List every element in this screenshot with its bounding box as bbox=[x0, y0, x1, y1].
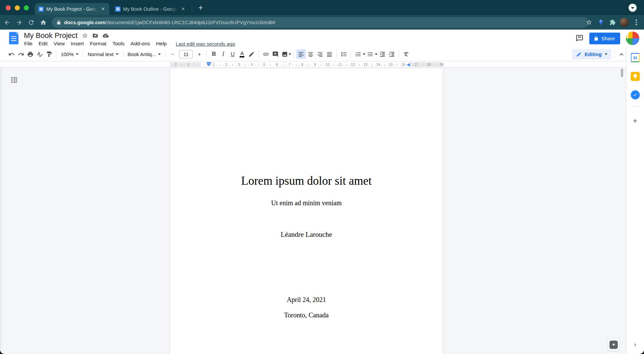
tab-my-book-project[interactable]: My Book Project - Google Docs ✕ bbox=[35, 3, 109, 15]
ruler-number: 13 bbox=[363, 62, 367, 67]
chevron-down-icon[interactable] bbox=[289, 53, 291, 55]
align-right-button[interactable] bbox=[315, 49, 325, 59]
minimize-window-button[interactable] bbox=[15, 5, 20, 10]
document-status-cloud-button[interactable] bbox=[103, 33, 109, 39]
menu-view[interactable]: View bbox=[51, 40, 68, 47]
editing-mode-select[interactable]: Editing bbox=[572, 49, 611, 59]
menu-insert[interactable]: Insert bbox=[68, 40, 87, 47]
menu-format[interactable]: Format bbox=[87, 40, 109, 47]
explore-button[interactable]: ✦ bbox=[607, 339, 620, 351]
ruler-tick bbox=[343, 65, 344, 65]
browser-profile-avatar[interactable] bbox=[620, 18, 629, 27]
insert-link-button[interactable] bbox=[261, 49, 270, 59]
extensions-button[interactable] bbox=[608, 18, 617, 27]
highlight-color-button[interactable] bbox=[247, 49, 256, 59]
menu-addons[interactable]: Add-ons bbox=[128, 40, 153, 47]
address-bar[interactable]: docs.google.com/document/d/1jwDCFxlxW4G-… bbox=[52, 17, 589, 28]
ruler-tick bbox=[397, 64, 397, 66]
italic-button[interactable]: I bbox=[218, 49, 228, 59]
share-button[interactable]: Share bbox=[589, 33, 620, 44]
increase-indent-button[interactable] bbox=[387, 49, 396, 59]
print-button[interactable] bbox=[26, 49, 35, 59]
google-calendar-icon[interactable]: 31 bbox=[631, 53, 640, 62]
google-keep-icon[interactable] bbox=[631, 72, 640, 81]
menu-edit[interactable]: Edit bbox=[36, 40, 51, 47]
reload-button[interactable] bbox=[26, 17, 36, 28]
decrease-indent-button[interactable] bbox=[378, 49, 387, 59]
chevron-down-icon[interactable] bbox=[375, 53, 378, 55]
forward-button[interactable] bbox=[14, 17, 24, 28]
account-avatar[interactable] bbox=[626, 32, 639, 45]
insert-image-button[interactable] bbox=[280, 49, 289, 59]
collapse-side-panel-button[interactable]: › bbox=[634, 340, 636, 348]
get-add-ons-button[interactable]: + bbox=[633, 117, 637, 126]
ruler-number: 2 bbox=[175, 62, 177, 67]
first-line-indent-icon[interactable] bbox=[207, 62, 211, 63]
numbered-list-button[interactable] bbox=[353, 49, 363, 59]
new-tab-button[interactable]: + bbox=[196, 3, 206, 13]
right-indent-marker[interactable] bbox=[407, 63, 410, 67]
ruler-tick bbox=[385, 64, 385, 66]
underline-button[interactable]: U bbox=[228, 49, 237, 59]
last-edit-link[interactable]: Last edit was seconds ago bbox=[176, 41, 235, 47]
show-outline-button[interactable] bbox=[10, 76, 18, 85]
justify-button[interactable] bbox=[325, 49, 334, 59]
toolbar-divider bbox=[83, 50, 83, 58]
url-path: /document/d/1jwDCFxlxW4G-UhC1CJ84dp6JJzF… bbox=[105, 19, 275, 25]
ruler-tick bbox=[388, 65, 388, 65]
paragraph-style-select[interactable]: Normal text bbox=[86, 49, 120, 59]
align-center-button[interactable] bbox=[306, 49, 315, 59]
home-button[interactable] bbox=[38, 17, 48, 28]
ruler-number: 10 bbox=[326, 62, 330, 67]
document-title-input[interactable]: My Book Project bbox=[24, 31, 78, 40]
line-spacing-button[interactable] bbox=[339, 49, 348, 59]
increase-font-size-button[interactable]: + bbox=[195, 49, 204, 59]
close-tab-icon[interactable]: ✕ bbox=[100, 6, 106, 12]
hide-menus-button[interactable] bbox=[618, 51, 625, 58]
menu-tools[interactable]: Tools bbox=[109, 40, 128, 47]
ruler-tick bbox=[325, 65, 325, 65]
text-color-button[interactable]: A bbox=[237, 49, 247, 59]
undo-button[interactable] bbox=[7, 49, 16, 59]
open-comments-button[interactable] bbox=[576, 34, 584, 42]
align-left-button[interactable] bbox=[296, 49, 306, 59]
back-button[interactable] bbox=[2, 17, 12, 28]
ruler-tick bbox=[318, 65, 319, 65]
star-document-button[interactable] bbox=[82, 33, 88, 39]
ruler-tick bbox=[242, 65, 243, 65]
ruler-tick bbox=[286, 65, 287, 65]
clear-formatting-button[interactable] bbox=[401, 49, 411, 59]
highlighter-icon bbox=[248, 51, 255, 57]
fullscreen-window-button[interactable] bbox=[24, 5, 29, 10]
browser-menu-button[interactable] bbox=[632, 18, 641, 27]
bulleted-list-button[interactable] bbox=[365, 49, 375, 59]
document-page[interactable]: Lorem ipsum dolor sit amet Ut enim ad mi… bbox=[170, 69, 443, 354]
move-to-folder-button[interactable] bbox=[92, 33, 98, 39]
chevron-down-icon[interactable] bbox=[363, 53, 365, 55]
add-comment-button[interactable] bbox=[270, 49, 280, 59]
redo-button[interactable] bbox=[16, 49, 26, 59]
google-tasks-icon[interactable] bbox=[631, 90, 640, 99]
tab-my-book-outline[interactable]: My Book Outline - Google Docs ✕ bbox=[112, 3, 190, 15]
spelling-check-button[interactable] bbox=[35, 49, 44, 59]
tab-search-button[interactable] bbox=[629, 4, 637, 12]
extension-gem-button[interactable] bbox=[596, 18, 605, 27]
ruler-number: 17 bbox=[414, 62, 418, 67]
menu-help[interactable]: Help bbox=[153, 40, 170, 47]
close-window-button[interactable] bbox=[6, 5, 11, 10]
close-tab-icon[interactable]: ✕ bbox=[180, 6, 186, 12]
vertical-scrollbar-thumb[interactable] bbox=[621, 69, 623, 77]
spellcheck-icon bbox=[37, 51, 43, 57]
font-size-input[interactable]: 11 bbox=[179, 50, 193, 58]
bold-button[interactable]: B bbox=[209, 49, 218, 59]
paint-format-button[interactable] bbox=[44, 49, 54, 59]
docs-logo-icon[interactable] bbox=[9, 32, 18, 44]
ruler-number: 12 bbox=[351, 62, 355, 67]
zoom-select[interactable]: 100% bbox=[59, 49, 81, 59]
decrease-font-size-button[interactable]: − bbox=[168, 49, 177, 59]
check-icon bbox=[633, 92, 638, 98]
ruler-number: 15 bbox=[389, 62, 393, 67]
font-select[interactable]: Book Antiq... bbox=[126, 49, 163, 59]
bookmark-star-button[interactable] bbox=[585, 18, 593, 27]
menu-file[interactable]: File bbox=[21, 40, 36, 47]
